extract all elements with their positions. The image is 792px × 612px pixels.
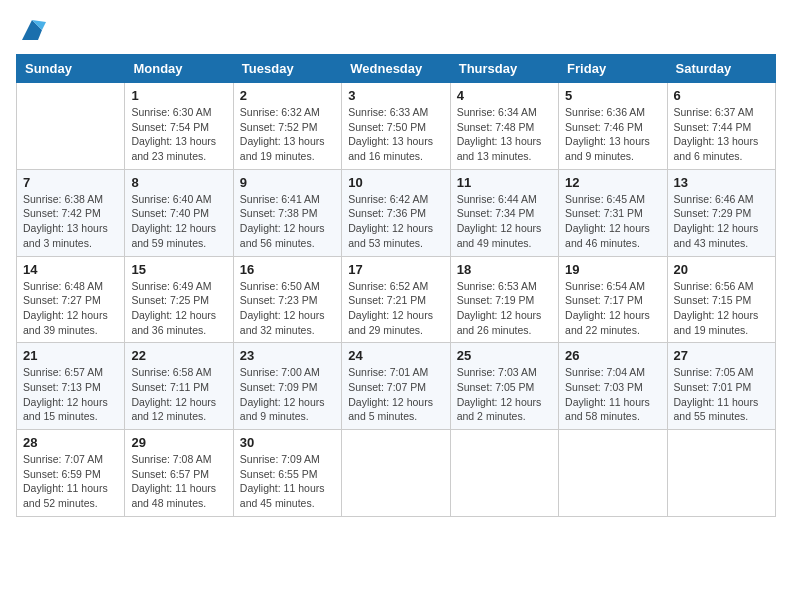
day-number: 21 (23, 348, 118, 363)
day-number: 16 (240, 262, 335, 277)
calendar-cell: 23Sunrise: 7:00 AMSunset: 7:09 PMDayligh… (233, 343, 341, 430)
day-info: Sunrise: 7:04 AMSunset: 7:03 PMDaylight:… (565, 365, 660, 424)
day-info: Sunrise: 6:57 AMSunset: 7:13 PMDaylight:… (23, 365, 118, 424)
day-info: Sunrise: 7:07 AMSunset: 6:59 PMDaylight:… (23, 452, 118, 511)
header-day-thursday: Thursday (450, 55, 558, 83)
calendar-cell: 18Sunrise: 6:53 AMSunset: 7:19 PMDayligh… (450, 256, 558, 343)
calendar-cell (559, 430, 667, 517)
day-number: 11 (457, 175, 552, 190)
day-info: Sunrise: 6:41 AMSunset: 7:38 PMDaylight:… (240, 192, 335, 251)
calendar-cell: 3Sunrise: 6:33 AMSunset: 7:50 PMDaylight… (342, 83, 450, 170)
calendar-cell: 27Sunrise: 7:05 AMSunset: 7:01 PMDayligh… (667, 343, 775, 430)
header-row: SundayMondayTuesdayWednesdayThursdayFrid… (17, 55, 776, 83)
calendar-cell: 10Sunrise: 6:42 AMSunset: 7:36 PMDayligh… (342, 169, 450, 256)
calendar-cell (450, 430, 558, 517)
day-number: 18 (457, 262, 552, 277)
header-day-saturday: Saturday (667, 55, 775, 83)
calendar-cell (667, 430, 775, 517)
day-info: Sunrise: 6:42 AMSunset: 7:36 PMDaylight:… (348, 192, 443, 251)
day-info: Sunrise: 6:58 AMSunset: 7:11 PMDaylight:… (131, 365, 226, 424)
calendar-table: SundayMondayTuesdayWednesdayThursdayFrid… (16, 54, 776, 517)
day-number: 4 (457, 88, 552, 103)
calendar-cell: 25Sunrise: 7:03 AMSunset: 7:05 PMDayligh… (450, 343, 558, 430)
calendar-cell: 20Sunrise: 6:56 AMSunset: 7:15 PMDayligh… (667, 256, 775, 343)
calendar-cell: 12Sunrise: 6:45 AMSunset: 7:31 PMDayligh… (559, 169, 667, 256)
day-number: 9 (240, 175, 335, 190)
day-number: 12 (565, 175, 660, 190)
day-info: Sunrise: 6:46 AMSunset: 7:29 PMDaylight:… (674, 192, 769, 251)
calendar-cell: 6Sunrise: 6:37 AMSunset: 7:44 PMDaylight… (667, 83, 775, 170)
calendar-cell: 29Sunrise: 7:08 AMSunset: 6:57 PMDayligh… (125, 430, 233, 517)
page-header (16, 16, 776, 44)
header-day-monday: Monday (125, 55, 233, 83)
day-number: 15 (131, 262, 226, 277)
day-number: 8 (131, 175, 226, 190)
day-number: 19 (565, 262, 660, 277)
day-number: 29 (131, 435, 226, 450)
calendar-cell: 22Sunrise: 6:58 AMSunset: 7:11 PMDayligh… (125, 343, 233, 430)
calendar-cell: 17Sunrise: 6:52 AMSunset: 7:21 PMDayligh… (342, 256, 450, 343)
day-number: 23 (240, 348, 335, 363)
calendar-cell: 15Sunrise: 6:49 AMSunset: 7:25 PMDayligh… (125, 256, 233, 343)
day-number: 22 (131, 348, 226, 363)
calendar-cell: 16Sunrise: 6:50 AMSunset: 7:23 PMDayligh… (233, 256, 341, 343)
day-number: 14 (23, 262, 118, 277)
header-day-wednesday: Wednesday (342, 55, 450, 83)
day-info: Sunrise: 6:49 AMSunset: 7:25 PMDaylight:… (131, 279, 226, 338)
calendar-cell: 30Sunrise: 7:09 AMSunset: 6:55 PMDayligh… (233, 430, 341, 517)
calendar-cell: 8Sunrise: 6:40 AMSunset: 7:40 PMDaylight… (125, 169, 233, 256)
day-info: Sunrise: 6:32 AMSunset: 7:52 PMDaylight:… (240, 105, 335, 164)
day-info: Sunrise: 7:01 AMSunset: 7:07 PMDaylight:… (348, 365, 443, 424)
day-number: 27 (674, 348, 769, 363)
week-row-4: 21Sunrise: 6:57 AMSunset: 7:13 PMDayligh… (17, 343, 776, 430)
calendar-cell: 13Sunrise: 6:46 AMSunset: 7:29 PMDayligh… (667, 169, 775, 256)
calendar-header: SundayMondayTuesdayWednesdayThursdayFrid… (17, 55, 776, 83)
day-info: Sunrise: 6:30 AMSunset: 7:54 PMDaylight:… (131, 105, 226, 164)
day-number: 24 (348, 348, 443, 363)
day-number: 26 (565, 348, 660, 363)
calendar-cell: 11Sunrise: 6:44 AMSunset: 7:34 PMDayligh… (450, 169, 558, 256)
calendar-cell: 7Sunrise: 6:38 AMSunset: 7:42 PMDaylight… (17, 169, 125, 256)
calendar-cell: 19Sunrise: 6:54 AMSunset: 7:17 PMDayligh… (559, 256, 667, 343)
day-info: Sunrise: 7:05 AMSunset: 7:01 PMDaylight:… (674, 365, 769, 424)
calendar-cell: 14Sunrise: 6:48 AMSunset: 7:27 PMDayligh… (17, 256, 125, 343)
day-number: 3 (348, 88, 443, 103)
day-info: Sunrise: 6:56 AMSunset: 7:15 PMDaylight:… (674, 279, 769, 338)
header-day-friday: Friday (559, 55, 667, 83)
week-row-1: 1Sunrise: 6:30 AMSunset: 7:54 PMDaylight… (17, 83, 776, 170)
day-number: 20 (674, 262, 769, 277)
calendar-cell: 4Sunrise: 6:34 AMSunset: 7:48 PMDaylight… (450, 83, 558, 170)
day-info: Sunrise: 6:34 AMSunset: 7:48 PMDaylight:… (457, 105, 552, 164)
day-info: Sunrise: 6:50 AMSunset: 7:23 PMDaylight:… (240, 279, 335, 338)
calendar-cell: 9Sunrise: 6:41 AMSunset: 7:38 PMDaylight… (233, 169, 341, 256)
logo (16, 16, 46, 44)
calendar-body: 1Sunrise: 6:30 AMSunset: 7:54 PMDaylight… (17, 83, 776, 517)
day-info: Sunrise: 6:54 AMSunset: 7:17 PMDaylight:… (565, 279, 660, 338)
day-info: Sunrise: 6:37 AMSunset: 7:44 PMDaylight:… (674, 105, 769, 164)
calendar-cell: 24Sunrise: 7:01 AMSunset: 7:07 PMDayligh… (342, 343, 450, 430)
day-number: 5 (565, 88, 660, 103)
day-number: 10 (348, 175, 443, 190)
day-info: Sunrise: 6:53 AMSunset: 7:19 PMDaylight:… (457, 279, 552, 338)
calendar-cell (342, 430, 450, 517)
calendar-cell (17, 83, 125, 170)
day-info: Sunrise: 6:44 AMSunset: 7:34 PMDaylight:… (457, 192, 552, 251)
header-day-sunday: Sunday (17, 55, 125, 83)
day-number: 1 (131, 88, 226, 103)
day-number: 17 (348, 262, 443, 277)
day-info: Sunrise: 7:00 AMSunset: 7:09 PMDaylight:… (240, 365, 335, 424)
day-info: Sunrise: 6:33 AMSunset: 7:50 PMDaylight:… (348, 105, 443, 164)
header-day-tuesday: Tuesday (233, 55, 341, 83)
day-info: Sunrise: 6:40 AMSunset: 7:40 PMDaylight:… (131, 192, 226, 251)
day-number: 30 (240, 435, 335, 450)
day-info: Sunrise: 7:08 AMSunset: 6:57 PMDaylight:… (131, 452, 226, 511)
day-info: Sunrise: 6:52 AMSunset: 7:21 PMDaylight:… (348, 279, 443, 338)
day-number: 28 (23, 435, 118, 450)
calendar-cell: 21Sunrise: 6:57 AMSunset: 7:13 PMDayligh… (17, 343, 125, 430)
day-info: Sunrise: 6:38 AMSunset: 7:42 PMDaylight:… (23, 192, 118, 251)
day-info: Sunrise: 7:09 AMSunset: 6:55 PMDaylight:… (240, 452, 335, 511)
day-info: Sunrise: 6:36 AMSunset: 7:46 PMDaylight:… (565, 105, 660, 164)
day-number: 6 (674, 88, 769, 103)
day-number: 7 (23, 175, 118, 190)
calendar-cell: 28Sunrise: 7:07 AMSunset: 6:59 PMDayligh… (17, 430, 125, 517)
